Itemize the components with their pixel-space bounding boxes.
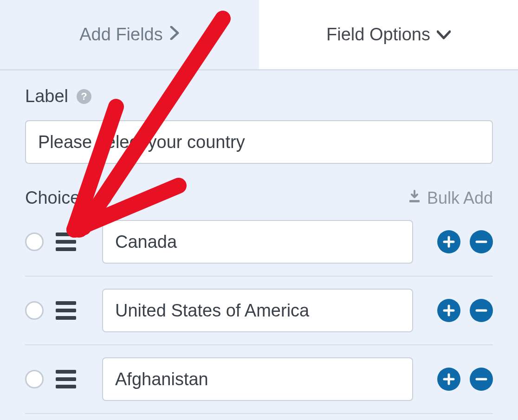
label-heading-row: Label ? bbox=[25, 86, 493, 106]
drag-handle-icon[interactable] bbox=[55, 368, 77, 390]
bulk-add-label: Bulk Add bbox=[427, 188, 493, 208]
add-choice-button[interactable] bbox=[437, 230, 460, 253]
download-icon bbox=[408, 188, 421, 208]
help-icon[interactable]: ? bbox=[77, 89, 91, 104]
choices-section: Choices ? Bulk Add bbox=[25, 188, 493, 414]
add-choice-button[interactable] bbox=[437, 299, 460, 322]
choice-input[interactable] bbox=[102, 357, 413, 401]
choice-default-radio[interactable] bbox=[25, 233, 44, 251]
chevron-down-icon bbox=[437, 26, 451, 44]
choice-row bbox=[25, 345, 493, 414]
tab-field-options-label: Field Options bbox=[326, 25, 430, 45]
choices-heading: Choices ? bbox=[25, 188, 112, 208]
choice-row bbox=[25, 277, 493, 345]
field-options-panel: Label ? Choices ? Bulk Add bbox=[0, 71, 518, 414]
label-heading: Label ? bbox=[25, 86, 91, 106]
choice-buttons bbox=[437, 230, 493, 253]
bulk-add-link[interactable]: Bulk Add bbox=[408, 188, 493, 208]
choice-buttons bbox=[437, 368, 493, 391]
remove-choice-button[interactable] bbox=[470, 230, 493, 253]
tabs-bar: Add Fields Field Options bbox=[0, 0, 518, 71]
tab-add-fields[interactable]: Add Fields bbox=[0, 0, 259, 69]
label-heading-text: Label bbox=[25, 86, 68, 106]
help-icon[interactable]: ? bbox=[97, 191, 112, 206]
choice-input[interactable] bbox=[102, 289, 413, 332]
tab-add-fields-label: Add Fields bbox=[79, 25, 163, 45]
remove-choice-button[interactable] bbox=[470, 368, 493, 391]
choice-default-radio[interactable] bbox=[25, 301, 44, 320]
remove-choice-button[interactable] bbox=[470, 299, 493, 322]
tab-field-options[interactable]: Field Options bbox=[259, 0, 518, 69]
drag-handle-icon[interactable] bbox=[55, 299, 77, 322]
drag-handle-icon[interactable] bbox=[55, 231, 77, 253]
svg-rect-0 bbox=[409, 200, 420, 202]
chevron-right-icon bbox=[169, 26, 180, 44]
choices-heading-text: Choices bbox=[25, 188, 89, 208]
label-input[interactable] bbox=[25, 120, 493, 164]
add-choice-button[interactable] bbox=[437, 368, 460, 391]
choice-row bbox=[25, 208, 493, 277]
choice-default-radio[interactable] bbox=[25, 370, 44, 388]
choice-input[interactable] bbox=[102, 220, 413, 264]
choice-buttons bbox=[437, 299, 493, 322]
choices-heading-row: Choices ? Bulk Add bbox=[25, 188, 493, 208]
